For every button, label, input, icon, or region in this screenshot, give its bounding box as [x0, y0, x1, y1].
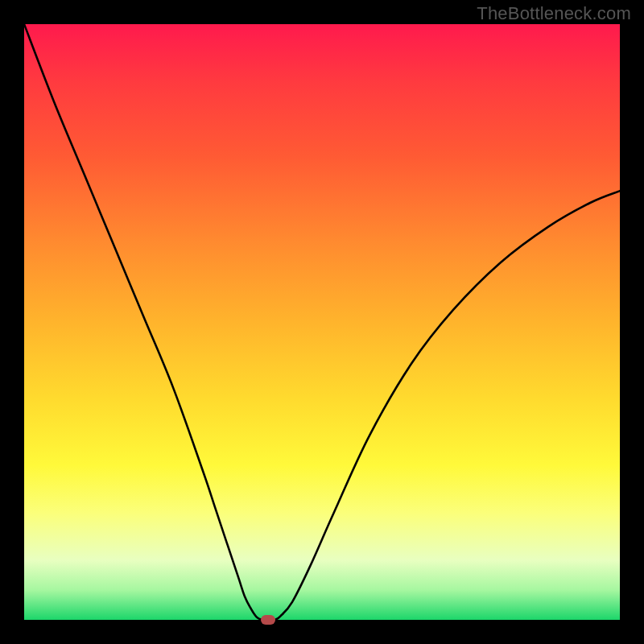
chart-frame: TheBottleneck.com: [0, 0, 644, 644]
watermark-text: TheBottleneck.com: [477, 3, 631, 24]
bottleneck-curve: [24, 24, 620, 620]
optimal-point-marker: [261, 615, 275, 625]
curve-svg: [24, 24, 620, 620]
plot-area: [24, 24, 620, 620]
